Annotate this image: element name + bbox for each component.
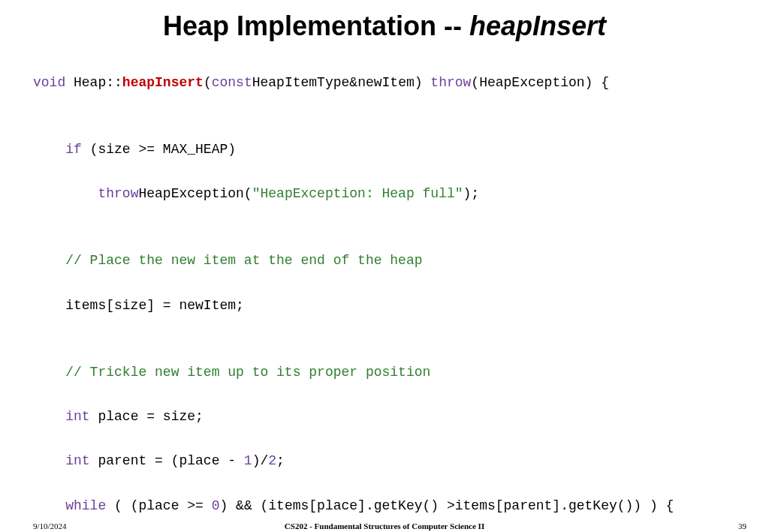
footer-course: CS202 - Fundamental Structures of Comput… xyxy=(0,521,769,530)
code-line-10: int place = size; xyxy=(33,406,754,428)
code-line-4: throwHeapException("HeapException: Heap … xyxy=(33,183,754,206)
slide-title: Heap Implementation -- heapInsert xyxy=(0,0,769,50)
code-line-7: items[size] = newItem; xyxy=(33,295,754,317)
code-line-3: if (size >= MAX_HEAP) xyxy=(33,139,754,161)
code-line-9: // Trickle new item up to its proper pos… xyxy=(33,362,754,384)
title-text: Heap Implementation -- xyxy=(163,11,469,41)
code-line-11: int parent = (place - 1)/2; xyxy=(33,450,754,473)
title-italic: heapInsert xyxy=(469,11,606,41)
code-line-1: void Heap::heapInsert(constHeapItemType&… xyxy=(33,72,754,95)
footer-page: 39 xyxy=(738,521,746,530)
code-line-12: while ( (place >= 0) && (items[place].ge… xyxy=(33,495,754,518)
code-block: void Heap::heapInsert(constHeapItemType&… xyxy=(0,50,769,532)
code-line-6: // Place the new item at the end of the … xyxy=(33,250,754,272)
